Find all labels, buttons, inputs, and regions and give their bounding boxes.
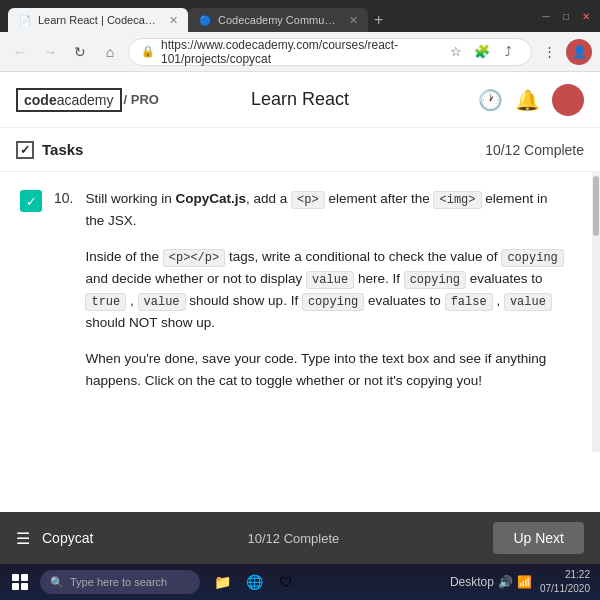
main-content: ✓ 10. Still working in CopyCat.js, add a…	[0, 172, 600, 452]
taskbar-search[interactable]: 🔍 Type here to search	[40, 570, 200, 594]
tab-close-2[interactable]: ✕	[349, 14, 358, 27]
p2-text: Inside of the	[85, 249, 162, 264]
user-avatar[interactable]	[552, 84, 584, 116]
tab-favicon-1: 📄	[18, 13, 32, 27]
task-paragraph-3: When you're done, save your code. Type i…	[85, 348, 564, 391]
p2-code7: copying	[302, 293, 364, 311]
p1-between: element after the	[325, 191, 434, 206]
p1-before: Still working in	[85, 191, 175, 206]
p2-mid7: evaluates to	[364, 293, 444, 308]
bottom-bar: ☰ Copycat 10/12 Complete Up Next	[0, 512, 600, 564]
share-icon[interactable]: ⤴	[497, 41, 519, 63]
task-check-icon: ✓	[20, 190, 42, 212]
tab-active[interactable]: 📄 Learn React | Codecademy ✕	[8, 8, 188, 32]
p2-code4: copying	[404, 271, 466, 289]
scrollbar-thumb[interactable]	[593, 176, 599, 236]
address-input[interactable]: 🔒 https://www.codecademy.com/courses/rea…	[128, 38, 532, 66]
taskbar-search-icon: 🔍	[50, 576, 64, 589]
browser-title-bar: 📄 Learn React | Codecademy ✕ 🔵 Codecadem…	[0, 0, 600, 32]
tasks-bar: ✓ Tasks 10/12 Complete	[0, 128, 600, 172]
new-tab-button[interactable]: +	[368, 8, 389, 32]
p2-mid2: and decide whether or not to display	[85, 271, 306, 286]
taskbar-network-icon[interactable]: 📶	[517, 575, 532, 589]
task-paragraph-1: Still working in CopyCat.js, add a <p> e…	[85, 188, 564, 232]
taskbar-date: 07/11/2020	[540, 582, 590, 596]
logo-box: codeacademy	[16, 88, 122, 112]
p2-code9: value	[504, 293, 552, 311]
taskbar-volume-icon[interactable]: 🔊	[498, 575, 513, 589]
logo-academy: academy	[57, 92, 114, 108]
tab-inactive[interactable]: 🔵 Codecademy Community | Gro... ✕	[188, 8, 368, 32]
up-next-button[interactable]: Up Next	[493, 522, 584, 554]
back-button[interactable]: ←	[8, 40, 32, 64]
close-button[interactable]: ✕	[580, 10, 592, 22]
windows-taskbar: 🔍 Type here to search 📁 🌐 🛡 Desktop 🔊 📶 …	[0, 564, 600, 600]
p2-mid1: tags, write a conditional to check the v…	[225, 249, 501, 264]
win-logo-cell-1	[12, 574, 19, 581]
clock-icon[interactable]: 🕐	[478, 88, 503, 112]
p2-code1: <p></p>	[163, 249, 225, 267]
p2-code6: value	[138, 293, 186, 311]
bottom-course-name: Copycat	[42, 530, 93, 546]
p2-mid8: ,	[493, 293, 504, 308]
tasks-complete-count: 10/12 Complete	[485, 142, 584, 158]
p1-code1: <p>	[291, 191, 325, 209]
taskbar-icon-1[interactable]: 📁	[208, 568, 236, 596]
taskbar-icon-2[interactable]: 🌐	[240, 568, 268, 596]
maximize-button[interactable]: □	[560, 10, 572, 22]
forward-button[interactable]: →	[38, 40, 62, 64]
start-button[interactable]	[4, 566, 36, 598]
taskbar-sys-icons: Desktop 🔊 📶	[450, 575, 532, 589]
hamburger-icon[interactable]: ☰	[16, 529, 30, 548]
task-item: ✓ 10. Still working in CopyCat.js, add a…	[0, 172, 584, 421]
puzzle-icon[interactable]: 🧩	[471, 41, 493, 63]
content-wrapper: ✓ 10. Still working in CopyCat.js, add a…	[0, 172, 600, 452]
task-body: Still working in CopyCat.js, add a <p> e…	[85, 188, 564, 405]
win-logo-cell-4	[21, 583, 28, 590]
header-icons: 🕐 🔔	[478, 84, 584, 116]
p2-mid3: here. If	[354, 271, 404, 286]
taskbar-search-text: Type here to search	[70, 576, 167, 588]
bottom-progress: 10/12 Complete	[248, 531, 340, 546]
logo-area[interactable]: codeacademy / PRO	[16, 88, 159, 112]
home-button[interactable]: ⌂	[98, 40, 122, 64]
p2-mid6: should show up. If	[186, 293, 302, 308]
p1-bold: CopyCat.js	[176, 191, 247, 206]
refresh-button[interactable]: ↻	[68, 40, 92, 64]
p2-end: should NOT show up.	[85, 315, 215, 330]
win-logo-cell-3	[12, 583, 19, 590]
tab-label-1: Learn React | Codecademy	[38, 14, 159, 26]
p2-code3: value	[306, 271, 354, 289]
tab-favicon-2: 🔵	[198, 13, 212, 27]
taskbar-desktop-label: Desktop	[450, 575, 494, 589]
tasks-checkbox[interactable]: ✓	[16, 141, 34, 159]
address-bar-row: ← → ↻ ⌂ 🔒 https://www.codecademy.com/cou…	[0, 32, 600, 72]
checkbox-check: ✓	[20, 143, 30, 157]
taskbar-right: Desktop 🔊 📶 21:22 07/11/2020	[450, 568, 596, 596]
logo-pro: / PRO	[124, 92, 159, 107]
win-logo-cell-2	[21, 574, 28, 581]
tab-label-2: Codecademy Community | Gro...	[218, 14, 339, 26]
logo-code: code	[24, 92, 57, 108]
extensions-icon[interactable]: ⋮	[538, 41, 560, 63]
address-text: https://www.codecademy.com/courses/react…	[161, 38, 439, 66]
profile-avatar[interactable]: 👤	[566, 39, 592, 65]
task-paragraph-2: Inside of the <p></p> tags, write a cond…	[85, 246, 564, 334]
p2-code2: copying	[501, 249, 563, 267]
tasks-label: ✓ Tasks	[16, 141, 83, 159]
bell-icon[interactable]: 🔔	[515, 88, 540, 112]
taskbar-time: 21:22 07/11/2020	[540, 568, 590, 596]
taskbar-icon-3[interactable]: 🛡	[272, 568, 300, 596]
tasks-text: Tasks	[42, 141, 83, 158]
taskbar-clock: 21:22	[540, 568, 590, 582]
page-title: Learn React	[251, 89, 349, 110]
scrollbar[interactable]	[592, 172, 600, 452]
p2-mid5: ,	[126, 293, 137, 308]
tab-close-1[interactable]: ✕	[169, 14, 178, 27]
p2-mid4: evaluates to	[466, 271, 543, 286]
windows-logo	[12, 574, 28, 590]
star-icon[interactable]: ☆	[445, 41, 467, 63]
minimize-button[interactable]: ─	[540, 10, 552, 22]
task-number: 10.	[54, 190, 73, 405]
window-controls: ─ □ ✕	[540, 10, 592, 22]
